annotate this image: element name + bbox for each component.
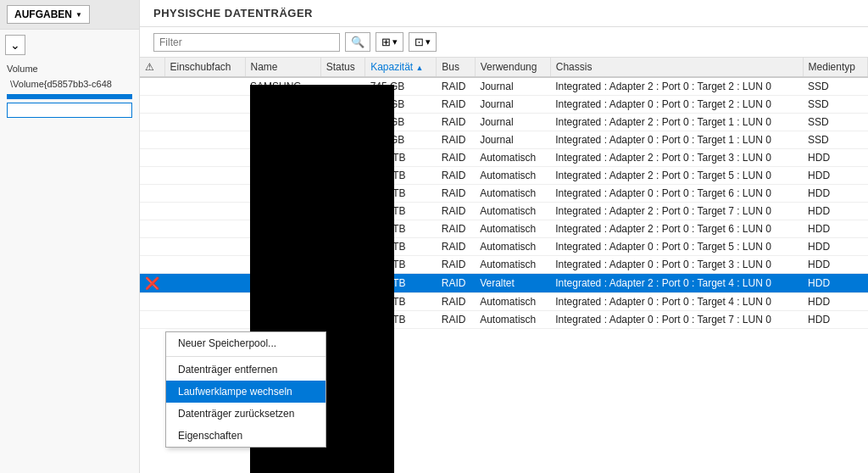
chassis-cell: Integrated : Adapter 2 : Port 0 : Target… xyxy=(550,149,803,167)
slot-cell xyxy=(164,203,245,220)
usage-cell: Automatisch xyxy=(475,185,550,203)
context-menu-item[interactable]: Datenträger zurücksetzen xyxy=(166,403,326,425)
warn-cell xyxy=(140,203,164,220)
table-row[interactable]: SEAGATE D2,18 TBRAIDAutomatischIntegrate… xyxy=(140,167,868,185)
warn-cell xyxy=(140,238,164,256)
chevron-down-icon-2: ▾ xyxy=(426,36,431,47)
media-cell: HDD xyxy=(803,220,867,238)
error-icon: ❌ xyxy=(145,276,159,290)
context-menu-item[interactable]: Eigenschaften xyxy=(166,425,326,447)
table-header-row: ⚠ Einschubfach Name Status Kapazität ▲ B… xyxy=(140,58,868,77)
col-status[interactable]: Status xyxy=(320,58,365,77)
col-name[interactable]: Name xyxy=(245,58,320,77)
col-bus[interactable]: Bus xyxy=(437,58,475,77)
context-menu-item[interactable]: Datenträger entfernen xyxy=(166,359,326,381)
table-row[interactable]: SAMSUNG745 GBRAIDJournalIntegrated : Ada… xyxy=(140,96,868,114)
table-row[interactable]: SAMSUNG745 GBRAIDJournalIntegrated : Ada… xyxy=(140,77,868,96)
chassis-cell: Integrated : Adapter 0 : Port 0 : Target… xyxy=(550,185,803,203)
bus-cell: RAID xyxy=(437,167,475,185)
slot-cell xyxy=(164,293,245,311)
chassis-cell: Integrated : Adapter 0 : Port 0 : Target… xyxy=(550,131,803,149)
col-capacity[interactable]: Kapazität ▲ xyxy=(365,58,437,77)
warn-cell xyxy=(140,131,164,149)
col-media[interactable]: Medientyp xyxy=(803,58,867,77)
sidebar-text-input[interactable] xyxy=(7,103,132,118)
table-row[interactable]: SEAGATE D2,18 TBRAIDAutomatischIntegrate… xyxy=(140,293,868,311)
table-row[interactable]: SEAGATE D2,18 TBRAIDAutomatischIntegrate… xyxy=(140,311,868,329)
usage-cell: Automatisch xyxy=(475,167,550,185)
col-usage[interactable]: Verwendung xyxy=(475,58,550,77)
chassis-cell: Integrated : Adapter 0 : Port 0 : Target… xyxy=(550,238,803,256)
chassis-cell: Integrated : Adapter 2 : Port 0 : Target… xyxy=(550,203,803,220)
media-cell: SSD xyxy=(803,96,867,114)
warn-cell xyxy=(140,220,164,238)
slot-cell xyxy=(164,96,245,114)
slot-cell xyxy=(164,77,245,96)
col-chassis[interactable]: Chassis xyxy=(550,58,803,77)
table-row[interactable]: SEAGATE D2,18 TBRAIDAutomatischIntegrate… xyxy=(140,256,868,274)
bus-cell: RAID xyxy=(437,131,475,149)
media-cell: SSD xyxy=(803,131,867,149)
table-row[interactable]: SEAGATE D2,18 TBRAIDAutomatischIntegrate… xyxy=(140,203,868,220)
col-warn[interactable]: ⚠ xyxy=(140,58,164,77)
aufgaben-label: AUFGABEN xyxy=(14,8,72,20)
usage-cell: Journal xyxy=(475,77,550,96)
usage-cell: Journal xyxy=(475,114,550,131)
table-row[interactable]: SEAGATE D2,18 TBRAIDAutomatischIntegrate… xyxy=(140,238,868,256)
view-list-button[interactable]: ⊞ ▾ xyxy=(376,32,403,52)
bus-cell: RAID xyxy=(437,311,475,329)
sidebar-section: Volume \Volume{d5857bb3-c648 xyxy=(0,60,139,121)
media-cell: HDD xyxy=(803,311,867,329)
table-row[interactable]: SEAGATE D2,18 TBRAIDAutomatischIntegrate… xyxy=(140,220,868,238)
col-slot[interactable]: Einschubfach xyxy=(164,58,245,77)
bus-cell: RAID xyxy=(437,203,475,220)
sidebar-nav: ⌄ xyxy=(0,30,139,60)
chevron-down-icon: ▾ xyxy=(392,36,398,47)
usage-cell: Veraltet xyxy=(475,274,550,293)
media-cell: HDD xyxy=(803,203,867,220)
warn-cell xyxy=(140,311,164,329)
slot-cell xyxy=(164,185,245,203)
search-icon: 🔍 xyxy=(351,36,364,48)
usage-cell: Automatisch xyxy=(475,293,550,311)
context-menu-item[interactable]: Neuer Speicherpool... xyxy=(166,332,326,354)
table-row[interactable]: SEAGATE D2,18 TBRAIDAutomatischIntegrate… xyxy=(140,185,868,203)
table-row[interactable]: SEAGATE D2,18 TBRAIDAutomatischIntegrate… xyxy=(140,149,868,167)
table-row[interactable]: ❌SEAGATE D2,18 TBRAIDVeraltetIntegrated … xyxy=(140,274,868,293)
usage-cell: Journal xyxy=(475,96,550,114)
data-table: ⚠ Einschubfach Name Status Kapazität ▲ B… xyxy=(140,58,868,329)
media-cell: HDD xyxy=(803,149,867,167)
action-button[interactable]: ⊡ ▾ xyxy=(409,32,437,52)
warn-cell xyxy=(140,114,164,131)
aufgaben-button[interactable]: AUFGABEN ▼ xyxy=(7,5,90,24)
bus-cell: RAID xyxy=(437,274,475,293)
filter-input[interactable] xyxy=(153,33,340,52)
main-content: PHYSISCHE DATENTRÄGER 🔍 ⊞ ▾ ⊡ ▾ ⚠ xyxy=(140,0,868,473)
context-menu-item[interactable]: Laufwerklampe wechseln xyxy=(166,381,326,403)
table-row[interactable]: SAMSUNG745 GBRAIDJournalIntegrated : Ada… xyxy=(140,131,868,149)
sidebar-nav-button[interactable]: ⌄ xyxy=(5,35,25,55)
media-cell: HDD xyxy=(803,238,867,256)
toolbar: 🔍 ⊞ ▾ ⊡ ▾ xyxy=(140,27,868,58)
slot-cell xyxy=(164,311,245,329)
slot-cell xyxy=(164,274,245,293)
usage-cell: Journal xyxy=(475,131,550,149)
chassis-cell: Integrated : Adapter 0 : Port 0 : Target… xyxy=(550,311,803,329)
table-row[interactable]: SAMSUNG745 GBRAIDJournalIntegrated : Ada… xyxy=(140,114,868,131)
sort-arrow-icon: ▲ xyxy=(416,64,424,72)
sidebar-header: AUFGABEN ▼ xyxy=(0,0,139,30)
slot-cell xyxy=(164,256,245,274)
slot-cell xyxy=(164,220,245,238)
usage-cell: Automatisch xyxy=(475,311,550,329)
chevron-down-icon: ▼ xyxy=(75,11,82,19)
context-menu: Neuer Speicherpool...Datenträger entfern… xyxy=(165,331,326,448)
volume-label: Volume xyxy=(7,64,132,74)
media-cell: HDD xyxy=(803,274,867,293)
media-cell: HDD xyxy=(803,256,867,274)
chassis-cell: Integrated : Adapter 2 : Port 0 : Target… xyxy=(550,274,803,293)
slot-cell xyxy=(164,131,245,149)
bus-cell: RAID xyxy=(437,256,475,274)
sidebar-selected-item[interactable] xyxy=(7,94,132,99)
search-button[interactable]: 🔍 xyxy=(345,32,370,52)
warn-cell xyxy=(140,256,164,274)
